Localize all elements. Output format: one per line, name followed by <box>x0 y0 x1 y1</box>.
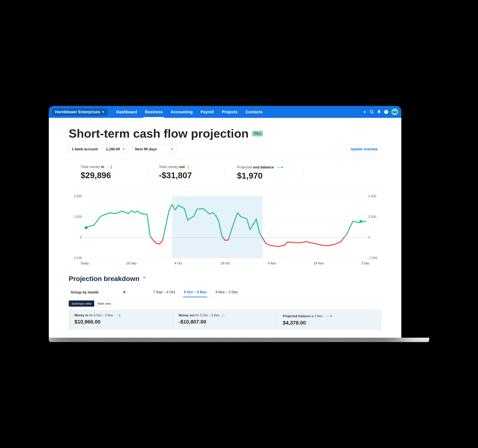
group-by-select[interactable]: Group by month ▼ <box>71 288 126 297</box>
nav-business[interactable]: Business <box>141 106 167 118</box>
nav-projects[interactable]: Projects <box>218 106 242 118</box>
projection-chart[interactable]: 5,0005,0002,5002,50000-2,500-2,500Today2… <box>69 194 381 266</box>
chevron-down-icon: ▼ <box>122 148 125 151</box>
svg-text:4 Nov: 4 Nov <box>268 262 276 265</box>
card-money-out: Total money out (→ -$31,807 <box>147 165 225 180</box>
series-dot-icon: —● <box>275 165 283 169</box>
svg-text:20 Sep: 20 Sep <box>126 262 137 265</box>
svg-text:3 Dec: 3 Dec <box>361 262 370 265</box>
arrow-in-icon: →) <box>114 314 120 317</box>
total-money-in-value: $29,896 <box>81 171 139 180</box>
top-nav: Hornblower Enterprises ▼ Dashboard Busin… <box>49 106 401 118</box>
org-name: Hornblower Enterprises <box>55 110 100 114</box>
arrow-out-icon: (→ <box>186 165 193 169</box>
arrow-out-icon: (→ <box>220 314 226 317</box>
svg-text:19 Nov: 19 Nov <box>314 262 324 265</box>
svg-point-0 <box>370 110 373 113</box>
nav-payroll[interactable]: Payroll <box>197 106 218 118</box>
svg-text:Today: Today <box>81 262 89 265</box>
bank-account-select[interactable]: 1 bank account 1,186.00 ▼ <box>69 145 128 154</box>
card-money-in: Total money in →) $29,896 <box>69 165 147 180</box>
svg-text:-2,500: -2,500 <box>368 256 377 260</box>
svg-text:0: 0 <box>80 236 82 239</box>
app-window: Hornblower Enterprises ▼ Dashboard Busin… <box>49 106 401 338</box>
plan-badge: Plus <box>252 131 263 136</box>
svg-point-24 <box>85 226 88 229</box>
svg-point-25 <box>359 220 362 223</box>
bell-icon[interactable] <box>375 108 383 115</box>
svg-text:2,500: 2,500 <box>74 215 82 218</box>
summary-cards: Total money in →) $29,896 Total money ou… <box>69 160 381 186</box>
svg-text:5,000: 5,000 <box>74 194 82 198</box>
summary-view-button[interactable]: Summary view <box>69 300 94 307</box>
update-overdue-button[interactable]: Update overdue <box>347 145 381 154</box>
svg-text:0: 0 <box>368 236 370 239</box>
page-body: Short-term cash flow projection Plus 1 b… <box>49 118 401 338</box>
breakdown-money-out: Money out for 5 Oct – 3 Nov (→ -$10,807.… <box>173 310 277 330</box>
view-toggle: Summary view Table view <box>69 300 381 307</box>
svg-text:?: ? <box>385 111 387 113</box>
breakdown-summary: Money in for 5 Oct – 3 Nov →) $10,966.00… <box>69 310 381 330</box>
chevron-down-icon: ▼ <box>102 110 105 113</box>
chevron-down-icon: ▼ <box>122 290 126 294</box>
laptop-base <box>49 338 429 342</box>
range-select[interactable]: Next 90 days ▼ <box>132 145 176 154</box>
breakdown-tabs: Group by month ▼ 7 Sep – 4 Oct 5 Oct – 3… <box>69 288 381 297</box>
tab-range-1[interactable]: 5 Oct – 3 Nov <box>183 288 207 297</box>
chevron-down-icon: ▼ <box>170 148 173 151</box>
total-money-out-value: -$31,807 <box>159 171 217 180</box>
breakdown-projected-balance: Projected balance at 3 Nov —● $4,378.00 <box>277 310 381 330</box>
plus-icon[interactable]: ＋ <box>361 108 368 115</box>
breakdown-money-in: Money in for 5 Oct – 3 Nov →) $10,966.00 <box>69 310 173 330</box>
breakdown-toggle[interactable]: Projection breakdown ⌃ <box>69 275 381 283</box>
series-dot-icon: —● <box>324 314 332 318</box>
tab-range-0[interactable]: 7 Sep – 4 Oct <box>152 288 176 297</box>
svg-text:19 Oct: 19 Oct <box>220 262 230 265</box>
chevron-up-icon: ⌃ <box>142 276 146 281</box>
search-icon[interactable] <box>368 108 375 115</box>
svg-text:-2,500: -2,500 <box>73 256 82 260</box>
user-avatar[interactable]: NH <box>391 109 398 115</box>
end-balance-value: $1,970 <box>237 171 295 180</box>
tab-range-2[interactable]: 4 Nov – 3 Dec <box>214 288 239 297</box>
page-title: Short-term cash flow projection <box>69 127 249 140</box>
nav-dashboard[interactable]: Dashboard <box>112 106 141 118</box>
nav-contacts[interactable]: Contacts <box>242 106 267 118</box>
svg-text:2,500: 2,500 <box>368 215 376 218</box>
arrow-in-icon: →) <box>105 165 112 169</box>
nav-accounting[interactable]: Accounting <box>167 106 197 118</box>
svg-line-1 <box>372 112 374 114</box>
org-switcher[interactable]: Hornblower Enterprises ▼ <box>52 108 107 116</box>
svg-text:4 Oct: 4 Oct <box>175 262 182 265</box>
svg-text:5,000: 5,000 <box>368 194 376 198</box>
table-view-button[interactable]: Table view <box>94 300 114 307</box>
card-end-balance: Projected end balance —● $1,970 <box>225 165 303 180</box>
help-icon[interactable]: ? <box>383 108 390 115</box>
